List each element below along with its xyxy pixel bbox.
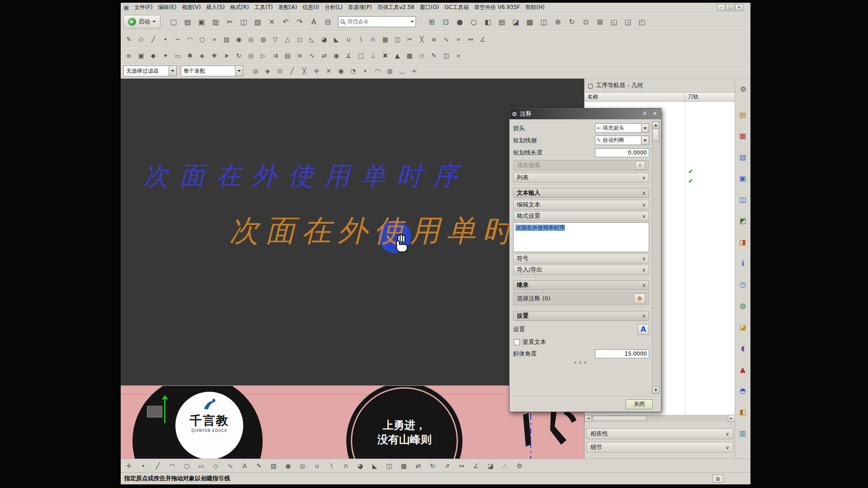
- palette-icon[interactable]: ◧: [737, 406, 749, 418]
- drive-method-icon[interactable]: ◇: [416, 50, 427, 61]
- datum-plane-icon[interactable]: ◇: [136, 34, 146, 45]
- verify-toolpath-icon[interactable]: ◎: [245, 50, 256, 61]
- minimize-button[interactable]: –: [717, 4, 725, 11]
- revolve-icon[interactable]: ◉: [233, 34, 244, 45]
- rotate-view-icon[interactable]: ↻: [566, 15, 578, 28]
- cut-icon[interactable]: ✂: [223, 15, 236, 28]
- dash-side-combo[interactable]: ✎ 自动判断: [595, 136, 649, 145]
- resource-bar-options-icon[interactable]: ⚙: [737, 83, 749, 95]
- thread-icon[interactable]: ∿: [441, 34, 452, 45]
- combo-dropdown-button[interactable]: [641, 136, 649, 145]
- dialog-scrollbar[interactable]: ▲ ▼: [652, 121, 660, 394]
- hole-tool-icon[interactable]: ◎: [297, 460, 308, 471]
- dash-length-input[interactable]: [595, 148, 649, 157]
- midpoint-snap-icon[interactable]: ╳: [299, 66, 310, 76]
- menu-analysis[interactable]: 分析(L): [322, 3, 345, 12]
- journal-editor-icon[interactable]: ⊟: [321, 15, 334, 28]
- vertical-text-checkbox[interactable]: 竖直文本: [514, 337, 648, 347]
- checkbox-box[interactable]: [514, 339, 520, 345]
- menu-edit[interactable]: 编辑(E): [156, 3, 179, 12]
- subtract-icon[interactable]: ∖: [355, 34, 366, 45]
- edit-text-group[interactable]: 编辑文本 ∨: [513, 200, 649, 210]
- pan-view-icon[interactable]: ⊕: [552, 15, 564, 28]
- copy-operation-icon[interactable]: ◫: [441, 50, 452, 61]
- scrollbar-thumb[interactable]: [652, 129, 659, 141]
- history-palette-icon[interactable]: ◷: [737, 278, 749, 290]
- draft-icon[interactable]: ◺: [307, 34, 317, 45]
- rotate-object-icon[interactable]: ↻: [427, 460, 438, 471]
- add-set-icon-button[interactable]: ✛: [635, 161, 645, 170]
- scrollbar-thumb[interactable]: [593, 416, 647, 421]
- view-manager-icon[interactable]: ◫: [737, 193, 749, 205]
- menu-view[interactable]: 视图(V): [179, 3, 204, 12]
- transform-toolpath-icon[interactable]: ⇄: [319, 50, 330, 61]
- annotation-text-editor[interactable]: 次面在外使用单时序: [513, 222, 649, 252]
- annotation-text-blue[interactable]: 次面在外使用单时序: [143, 159, 469, 193]
- chevron-down-icon[interactable]: [410, 21, 414, 23]
- measure-distance-tool-icon[interactable]: ↔: [456, 460, 467, 471]
- datum-axis-icon[interactable]: ╱: [148, 34, 159, 45]
- badge-disc-geometry[interactable]: 上勇进，没有山峰则: [346, 385, 462, 459]
- constraint-navigator-icon[interactable]: ▦: [737, 130, 749, 141]
- menu-assemblies[interactable]: 装配(A): [275, 3, 300, 12]
- shaded-view-icon[interactable]: ●: [453, 15, 466, 28]
- menu-file[interactable]: 文件(F): [132, 3, 155, 12]
- navigator-horizontal-scrollbar[interactable]: ◄ ►: [585, 415, 735, 422]
- zoom-view-icon[interactable]: ⊙: [580, 15, 592, 28]
- offset-surface-icon[interactable]: ≡: [429, 34, 439, 45]
- scroll-up-icon[interactable]: ▲: [652, 122, 659, 128]
- section-analysis-icon[interactable]: ◪: [485, 460, 496, 471]
- hole-icon[interactable]: ◎: [245, 34, 256, 45]
- redo-icon[interactable]: ↷: [293, 15, 306, 28]
- line-icon[interactable]: ─: [172, 34, 183, 45]
- arc-icon[interactable]: ◠: [184, 34, 195, 45]
- delete-icon[interactable]: ✕: [265, 15, 278, 28]
- measure-angle-tool-icon[interactable]: ∠: [471, 460, 481, 471]
- measure-distance-icon[interactable]: ↔: [465, 34, 476, 45]
- sketch-tool-icon[interactable]: ✎: [254, 460, 264, 471]
- edge-blend-tool-icon[interactable]: ◕: [355, 460, 366, 471]
- edit-operation-icon[interactable]: ✎: [429, 50, 439, 61]
- feeds-speeds-icon[interactable]: ∿: [307, 50, 317, 61]
- panel-dependencies[interactable]: 相依性 ∨: [586, 428, 733, 439]
- point-on-face-snap-icon[interactable]: ◍: [384, 66, 395, 76]
- boundary-icon[interactable]: □: [355, 50, 366, 61]
- snap-point-toggle-icon[interactable]: ⊙: [274, 66, 285, 76]
- print-icon[interactable]: ▥: [209, 15, 222, 28]
- tangent-snap-icon[interactable]: ◡: [396, 66, 407, 76]
- circle-icon[interactable]: ○: [197, 34, 208, 45]
- front-view-icon[interactable]: ◱: [608, 15, 620, 28]
- generate-toolpath-icon[interactable]: ➤: [221, 50, 232, 61]
- copy-icon[interactable]: ◫: [237, 15, 250, 28]
- column-header-toolpath[interactable]: 刀轨: [685, 93, 735, 101]
- combo-dropdown-button[interactable]: [235, 66, 243, 76]
- dialog-close-icon[interactable]: ✕: [651, 110, 659, 117]
- mirror-feature-icon[interactable]: ◫: [392, 34, 403, 45]
- combo-dropdown-button[interactable]: [641, 124, 649, 132]
- logo-disc[interactable]: 千言教 QIANYAN EDUCA: [175, 392, 243, 459]
- edge-blend-icon[interactable]: ◕: [319, 34, 330, 45]
- object-info-icon[interactable]: ∴: [500, 460, 510, 471]
- unite-tool-icon[interactable]: ∪: [311, 460, 322, 471]
- selection-filter-combo[interactable]: 无选择过滤器: [123, 66, 177, 76]
- pattern-feature-icon[interactable]: ▦: [380, 34, 391, 45]
- menu-preferences[interactable]: 首选项(P): [345, 3, 375, 12]
- process-studio-icon[interactable]: ◍: [737, 300, 749, 311]
- select-annotation-button[interactable]: ❖: [634, 293, 646, 304]
- menu-window[interactable]: 窗口(O): [417, 3, 442, 12]
- selection-scope-combo[interactable]: 整个装配: [181, 66, 243, 76]
- workpiece-icon[interactable]: ▩: [404, 50, 415, 61]
- toolbar-overflow-icon[interactable]: »: [453, 34, 464, 45]
- intersect-icon[interactable]: ∩: [368, 34, 378, 45]
- menu-insert[interactable]: 插入(S): [203, 3, 227, 12]
- highlight-selection-icon[interactable]: ◈: [262, 66, 273, 76]
- hd3d-tools-icon[interactable]: ◩: [737, 215, 749, 226]
- internet-browser-icon[interactable]: ℹ: [737, 257, 749, 269]
- simulate-machine-icon[interactable]: ▷: [258, 50, 269, 61]
- screen-position-icon[interactable]: +: [409, 66, 420, 76]
- display-toolpath-icon[interactable]: ◉: [331, 50, 342, 61]
- extrude-tool-icon[interactable]: ▧: [268, 460, 279, 471]
- roles-icon[interactable]: ◖: [737, 342, 749, 354]
- command-search-input[interactable]: [347, 19, 409, 25]
- move-object-icon[interactable]: ⇄: [413, 460, 424, 471]
